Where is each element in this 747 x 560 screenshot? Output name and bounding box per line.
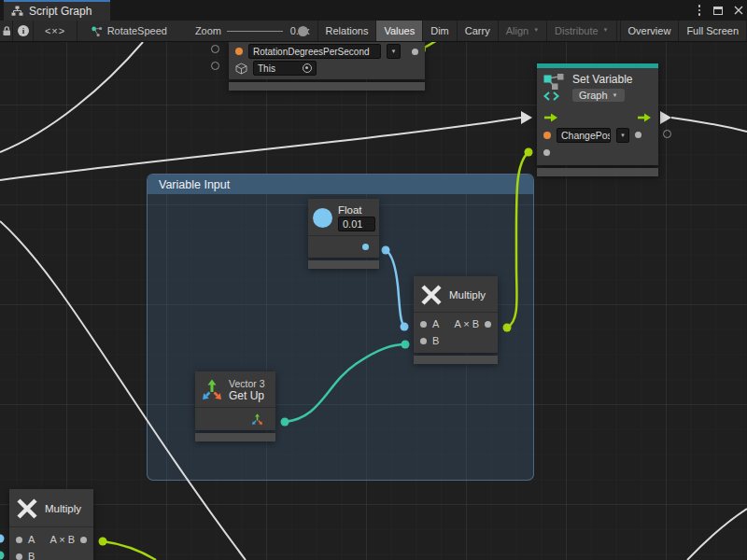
- align-dropdown[interactable]: Align: [499, 21, 547, 41]
- port-ring[interactable]: [663, 130, 671, 138]
- output-port[interactable]: [412, 49, 418, 55]
- full-screen-button[interactable]: Full Screen: [679, 21, 747, 41]
- exec-out-arrow-icon[interactable]: [637, 112, 652, 123]
- wire-end-dot: [525, 148, 533, 157]
- tab-bar: Script Graph: [0, 0, 747, 21]
- node-set-variable[interactable]: Set Variable Graph ChangePos: [537, 63, 658, 176]
- multiply-icon: [420, 284, 443, 306]
- wire-end-dot: [99, 538, 107, 546]
- group-title: Variable Input: [159, 178, 230, 191]
- node-footer: [195, 433, 275, 441]
- multiply-icon: [16, 497, 38, 520]
- exec-input-arrow: [521, 111, 532, 124]
- port-label: A × B: [49, 534, 75, 545]
- node-title: Set Variable: [572, 73, 632, 86]
- value-port[interactable]: [543, 132, 551, 139]
- node-footer: [537, 168, 658, 176]
- node-vector3-get-up[interactable]: Vector 3 Get Up: [195, 371, 275, 441]
- zoom-label: Zoom: [195, 25, 221, 36]
- node-multiply-center[interactable]: Multiply A A × B B: [414, 276, 498, 364]
- node-title: Float: [338, 204, 375, 216]
- node-title: Get Up: [229, 389, 265, 402]
- graph-toolbar: <×> RotateSpeed Zoom 0.9x Relations Valu…: [0, 21, 747, 42]
- port-label: A: [28, 534, 35, 545]
- info-icon: [18, 25, 29, 36]
- node-title: Multiply: [449, 289, 486, 301]
- graph-breadcrumb[interactable]: RotateSpeed: [91, 21, 167, 41]
- float-type-icon: [313, 208, 332, 228]
- wire-green-bottom-out: [103, 541, 156, 560]
- object-picker-icon[interactable]: [303, 63, 312, 73]
- node-float-literal[interactable]: Float 0.01: [308, 199, 379, 269]
- wire-end-dot: [0, 552, 5, 560]
- port-ring[interactable]: [211, 45, 219, 53]
- node-type-label: Vector 3: [229, 378, 265, 389]
- input-port-a[interactable]: [420, 321, 427, 328]
- carry-button[interactable]: Carry: [458, 21, 499, 41]
- graph-name: RotateSpeed: [107, 25, 167, 36]
- wire-white-bottomright: [687, 509, 747, 560]
- port-label: A: [432, 318, 439, 329]
- value-port[interactable]: [235, 48, 243, 55]
- port-ring[interactable]: [211, 62, 219, 70]
- exec-output-arrow: [660, 111, 671, 124]
- lock-icon: [1, 25, 12, 37]
- script-graph-icon: [11, 6, 23, 17]
- tab-script-graph[interactable]: Script Graph: [4, 0, 110, 21]
- vector3-port-icon[interactable]: [251, 413, 263, 426]
- variable-name-dropdown[interactable]: RotationDegreesPerSecond: [248, 44, 381, 59]
- port-label: A × B: [454, 318, 479, 329]
- input-port-a[interactable]: [16, 537, 22, 543]
- maximize-icon[interactable]: [713, 7, 723, 15]
- node-multiply-bottom[interactable]: Multiply A A × B B: [9, 489, 93, 560]
- vector3-icon: [201, 379, 223, 401]
- float-value-input[interactable]: 0.01: [338, 217, 375, 231]
- lock-button[interactable]: [0, 21, 13, 41]
- graph-icon: [91, 25, 103, 37]
- wire-white-to-setvariable: [0, 118, 521, 180]
- port-label: B: [28, 551, 35, 560]
- dim-button[interactable]: Dim: [423, 21, 458, 41]
- graph-canvas[interactable]: Variable Input Ro: [0, 42, 747, 560]
- set-variable-icon: [543, 73, 567, 103]
- node-footer: [308, 260, 379, 269]
- output-port[interactable]: [485, 321, 491, 328]
- node-footer: [229, 82, 425, 91]
- target-field[interactable]: This: [253, 61, 317, 76]
- group-header[interactable]: Variable Input: [148, 175, 533, 194]
- code-preview-button[interactable]: <×>: [34, 21, 77, 41]
- cube-icon: [235, 63, 247, 75]
- variable-name-dropdown[interactable]: ChangePos: [557, 128, 611, 143]
- distribute-dropdown[interactable]: Distribute: [547, 21, 616, 41]
- node-get-variable[interactable]: RotationDegreesPerSecond This: [229, 42, 425, 91]
- output-port[interactable]: [362, 244, 369, 250]
- wire-end-dot: [0, 535, 5, 543]
- zoom-slider-handle[interactable]: [298, 26, 308, 36]
- chevron-down-icon[interactable]: [387, 44, 401, 59]
- values-button[interactable]: Values: [376, 21, 423, 41]
- output-port[interactable]: [635, 132, 641, 138]
- variable-kind-dropdown[interactable]: Graph: [572, 89, 625, 102]
- window-menu-icon[interactable]: [697, 3, 703, 18]
- zoom-slider[interactable]: [227, 21, 287, 41]
- input-port-b[interactable]: [16, 553, 22, 560]
- chevron-down-icon[interactable]: [616, 128, 629, 143]
- node-title: Multiply: [45, 503, 81, 514]
- exec-in-arrow-icon[interactable]: [543, 112, 558, 123]
- inspect-button[interactable]: [13, 21, 34, 41]
- wire-white-from-setvariable: [671, 118, 747, 132]
- node-footer: [414, 356, 498, 364]
- zoom-slider-track[interactable]: [227, 31, 283, 32]
- target-value: This: [258, 63, 275, 74]
- relations-button[interactable]: Relations: [318, 21, 377, 41]
- close-icon[interactable]: [734, 6, 743, 15]
- port-label: B: [432, 335, 439, 346]
- input-port[interactable]: [543, 149, 550, 156]
- overview-button[interactable]: Overview: [620, 21, 680, 41]
- wire-white-upleft: [0, 42, 143, 152]
- input-port-b[interactable]: [420, 338, 427, 344]
- output-port[interactable]: [80, 537, 87, 543]
- tab-title: Script Graph: [29, 5, 92, 18]
